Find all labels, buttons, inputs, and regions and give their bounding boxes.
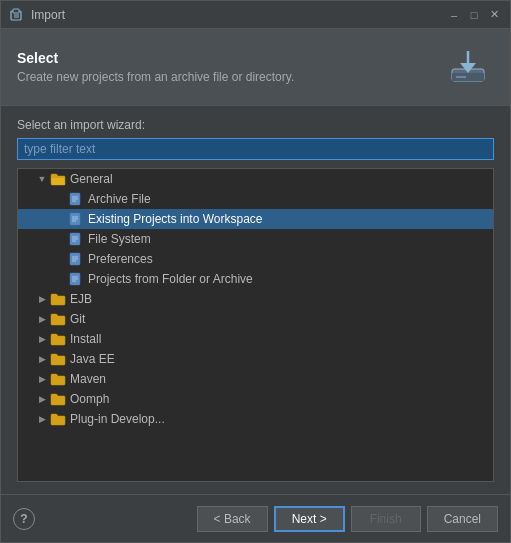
chevron-icon: ▶ — [36, 313, 48, 325]
tree-item-label: Plug-in Develop... — [70, 412, 165, 426]
tree-item-projects-folder[interactable]: Projects from Folder or Archive — [18, 269, 493, 289]
tree-item-label: Install — [70, 332, 101, 346]
wizard-tree[interactable]: ▼ General Archive File Existing Projects… — [17, 168, 494, 482]
chevron-icon: ▼ — [36, 173, 48, 185]
folder-icon — [50, 411, 66, 427]
tree-item-general[interactable]: ▼ General — [18, 169, 493, 189]
back-button[interactable]: < Back — [197, 506, 268, 532]
svg-rect-1 — [13, 9, 19, 13]
folder-icon — [50, 371, 66, 387]
tree-item-preferences[interactable]: Preferences — [18, 249, 493, 269]
chevron-icon: ▶ — [36, 333, 48, 345]
header-description: Create new projects from an archive file… — [17, 70, 294, 84]
tree-item-oomph[interactable]: ▶ Oomph — [18, 389, 493, 409]
tree-item-archive-file[interactable]: Archive File — [18, 189, 493, 209]
header-text: Select Create new projects from an archi… — [17, 50, 294, 84]
chevron-icon: ▶ — [36, 293, 48, 305]
footer-buttons: < Back Next > Finish Cancel — [197, 506, 498, 532]
file-icon — [68, 251, 84, 267]
folder-icon — [50, 391, 66, 407]
title-bar: Import – □ ✕ — [1, 1, 510, 29]
file-icon — [68, 231, 84, 247]
tree-item-label: Preferences — [88, 252, 153, 266]
tree-item-label: Oomph — [70, 392, 109, 406]
folder-icon — [50, 331, 66, 347]
tree-item-maven[interactable]: ▶ Maven — [18, 369, 493, 389]
file-icon — [68, 211, 84, 227]
tree-item-label: Maven — [70, 372, 106, 386]
tree-item-file-system[interactable]: File System — [18, 229, 493, 249]
footer: ? < Back Next > Finish Cancel — [1, 494, 510, 542]
wizard-label: Select an import wizard: — [17, 118, 494, 132]
tree-item-label: General — [70, 172, 113, 186]
tree-item-git[interactable]: ▶ Git — [18, 309, 493, 329]
chevron-icon: ▶ — [36, 413, 48, 425]
chevron-icon: ▶ — [36, 353, 48, 365]
tree-item-install[interactable]: ▶ Install — [18, 329, 493, 349]
tree-item-java-ee[interactable]: ▶ Java EE — [18, 349, 493, 369]
header-title: Select — [17, 50, 294, 66]
folder-icon — [50, 291, 66, 307]
chevron-icon: ▶ — [36, 373, 48, 385]
filter-input[interactable] — [17, 138, 494, 160]
tree-item-label: Archive File — [88, 192, 151, 206]
next-button[interactable]: Next > — [274, 506, 345, 532]
window-title: Import — [31, 8, 446, 22]
tree-item-plugin-dev[interactable]: ▶ Plug-in Develop... — [18, 409, 493, 429]
header-section: Select Create new projects from an archi… — [1, 29, 510, 106]
tree-item-label: Projects from Folder or Archive — [88, 272, 253, 286]
tree-item-label: Java EE — [70, 352, 115, 366]
folder-icon — [50, 351, 66, 367]
finish-button[interactable]: Finish — [351, 506, 421, 532]
close-button[interactable]: ✕ — [486, 7, 502, 23]
tree-item-label: Existing Projects into Workspace — [88, 212, 263, 226]
minimize-button[interactable]: – — [446, 7, 462, 23]
file-icon — [68, 191, 84, 207]
tree-item-ejb[interactable]: ▶ EJB — [18, 289, 493, 309]
tree-item-label: File System — [88, 232, 151, 246]
window-controls: – □ ✕ — [446, 7, 502, 23]
folder-icon — [50, 171, 66, 187]
help-button[interactable]: ? — [13, 508, 35, 530]
import-dialog: Import – □ ✕ Select Create new projects … — [0, 0, 511, 543]
import-wizard-icon — [446, 43, 494, 91]
maximize-button[interactable]: □ — [466, 7, 482, 23]
content-area: Select an import wizard: ▼ General Archi… — [1, 106, 510, 494]
folder-icon — [50, 311, 66, 327]
cancel-button[interactable]: Cancel — [427, 506, 498, 532]
tree-item-existing-projects[interactable]: Existing Projects into Workspace — [18, 209, 493, 229]
tree-item-label: EJB — [70, 292, 92, 306]
window-icon — [9, 7, 25, 23]
tree-item-label: Git — [70, 312, 85, 326]
file-icon — [68, 271, 84, 287]
chevron-icon: ▶ — [36, 393, 48, 405]
